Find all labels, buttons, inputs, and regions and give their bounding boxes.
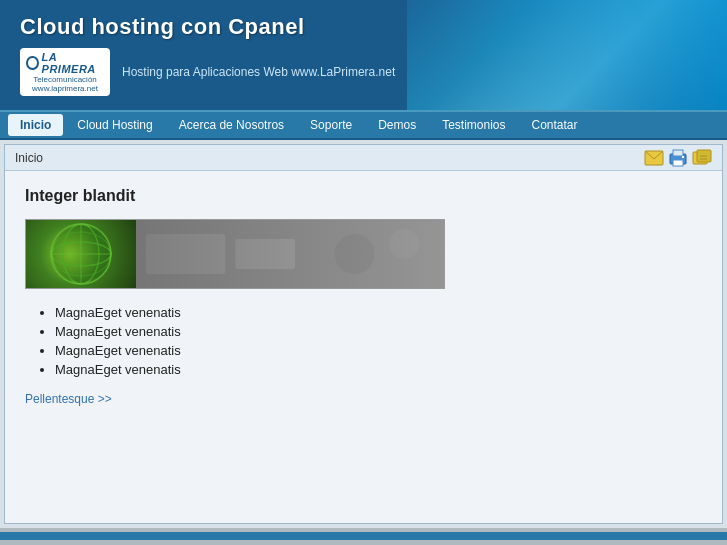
share-icon[interactable]: [692, 149, 712, 167]
logo-circle: [26, 56, 39, 70]
footer-strip: [0, 532, 727, 540]
svg-rect-2: [673, 150, 683, 156]
nav-item-demos[interactable]: Demos: [366, 114, 428, 136]
breadcrumb-bar: Inicio: [5, 145, 722, 171]
nav-item-testimonios[interactable]: Testimonios: [430, 114, 517, 136]
svg-rect-17: [146, 234, 225, 274]
list-item: MagnaEget venenatis: [55, 362, 702, 377]
main-content: Inicio: [4, 144, 723, 524]
logo-main-text: LA PRIMERA: [42, 51, 104, 75]
banner-right: [136, 220, 444, 288]
logo-sub-text: Telecomunicación: [33, 75, 97, 84]
nav-item-cloud-hosting[interactable]: Cloud Hosting: [65, 114, 164, 136]
svg-rect-3: [673, 160, 683, 166]
header-subtitle: Hosting para Aplicaciones Web www.LaPrim…: [122, 65, 395, 79]
list-item: MagnaEget venenatis: [55, 343, 702, 358]
nav-item-soporte[interactable]: Soporte: [298, 114, 364, 136]
svg-rect-18: [235, 239, 295, 269]
svg-point-19: [335, 234, 375, 274]
page-heading: Integer blandit: [25, 187, 702, 205]
list-item: MagnaEget venenatis: [55, 324, 702, 339]
globe-graphic: [46, 219, 116, 289]
header-content: Cloud hosting con Cpanel LA PRIMERA Tele…: [20, 14, 395, 96]
email-icon[interactable]: [644, 149, 664, 167]
page-body: Integer blandit: [5, 171, 722, 422]
navigation-bar: Inicio Cloud Hosting Acerca de Nosotros …: [0, 110, 727, 140]
main-wrapper: Inicio: [0, 140, 727, 528]
print-icon[interactable]: [668, 149, 688, 167]
toolbar-icons: [644, 149, 712, 167]
banner-decoration: [136, 220, 444, 288]
site-title: Cloud hosting con Cpanel: [20, 14, 395, 40]
logo-box: LA PRIMERA Telecomunicación www.laprimer…: [20, 48, 110, 96]
nav-item-contatar[interactable]: Contatar: [520, 114, 590, 136]
more-link[interactable]: Pellentesque >>: [25, 392, 112, 406]
breadcrumb: Inicio: [15, 151, 43, 165]
header-face-bg: [447, 0, 727, 110]
banner-image: [25, 219, 445, 289]
svg-rect-16: [136, 220, 444, 288]
svg-rect-4: [682, 156, 684, 158]
header-logo-row: LA PRIMERA Telecomunicación www.laprimer…: [20, 48, 395, 96]
list-item: MagnaEget venenatis: [55, 305, 702, 320]
content-list: MagnaEget venenatis MagnaEget venenatis …: [25, 305, 702, 377]
logo-url-text: www.laprimera.net: [32, 84, 98, 93]
svg-point-20: [389, 229, 419, 259]
nav-item-acerca[interactable]: Acerca de Nosotros: [167, 114, 296, 136]
nav-item-inicio[interactable]: Inicio: [8, 114, 63, 136]
site-header: Cloud hosting con Cpanel LA PRIMERA Tele…: [0, 0, 727, 110]
banner-left: [26, 220, 136, 288]
